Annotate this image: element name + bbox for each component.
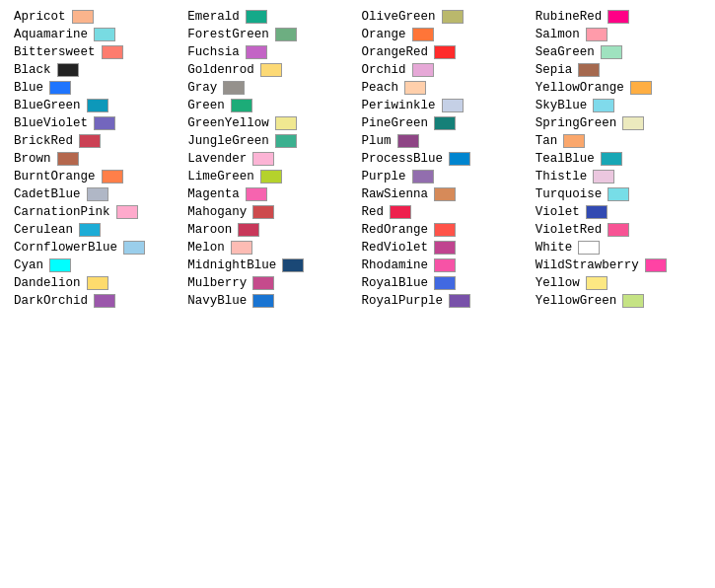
color-item: SeaGreen <box>532 43 705 61</box>
color-swatch <box>397 134 419 148</box>
color-item: Mahogany <box>183 203 357 221</box>
color-swatch <box>57 63 79 77</box>
color-item: TealBlue <box>532 150 705 168</box>
color-swatch <box>434 276 456 290</box>
color-swatch <box>252 276 274 290</box>
color-item: Bittersweet <box>10 43 183 61</box>
color-swatch <box>260 170 282 184</box>
color-name-label: TealBlue <box>536 152 595 166</box>
color-swatch <box>578 63 600 77</box>
color-name-label: ForestGreen <box>187 28 269 41</box>
color-name-label: CadetBlue <box>14 187 81 201</box>
color-swatch <box>412 28 434 41</box>
color-name-label: Aquamarine <box>14 28 88 41</box>
color-swatch <box>645 258 667 272</box>
color-item: JungleGreen <box>183 132 357 150</box>
color-swatch <box>246 10 267 24</box>
color-swatch <box>608 10 629 24</box>
color-name-label: Green <box>187 99 225 112</box>
color-item: CornflowerBlue <box>10 239 183 257</box>
color-swatch <box>434 258 456 272</box>
color-swatch <box>434 223 456 237</box>
color-item: Brown <box>10 150 183 168</box>
color-swatch <box>630 81 652 95</box>
color-swatch <box>94 294 115 308</box>
color-swatch <box>57 152 79 166</box>
color-item: PineGreen <box>358 114 532 132</box>
color-swatch <box>49 258 71 272</box>
color-swatch <box>622 294 644 308</box>
color-swatch <box>434 116 456 130</box>
color-swatch <box>578 241 600 255</box>
color-swatch <box>102 170 123 184</box>
color-swatch <box>246 45 267 59</box>
color-swatch <box>87 99 108 112</box>
color-swatch <box>608 223 629 237</box>
color-item: Melon <box>183 239 357 257</box>
color-swatch <box>79 134 101 148</box>
color-name-label: ProcessBlue <box>362 152 444 166</box>
color-swatch <box>116 205 138 219</box>
color-item: Rhodamine <box>358 257 532 274</box>
color-name-label: Tan <box>536 134 558 148</box>
color-item: Orchid <box>358 61 532 79</box>
color-swatch <box>563 134 585 148</box>
color-swatch <box>231 99 252 112</box>
color-name-label: Periwinkle <box>362 99 436 112</box>
color-name-label: Red <box>362 205 385 219</box>
color-swatch <box>412 63 434 77</box>
color-item: YellowGreen <box>532 292 705 310</box>
color-swatch <box>434 187 456 201</box>
color-item: Tan <box>532 132 705 150</box>
color-item: BlueGreen <box>10 97 183 114</box>
color-item: RedViolet <box>358 239 532 257</box>
color-item: SkyBlue <box>532 97 705 114</box>
color-item: SpringGreen <box>532 114 705 132</box>
color-name-label: Goldenrod <box>187 63 254 77</box>
color-name-label: White <box>536 241 573 255</box>
color-name-label: Mahogany <box>187 205 247 219</box>
color-swatch <box>449 152 470 166</box>
color-column-1: EmeraldForestGreenFuchsiaGoldenrodGrayGr… <box>183 8 357 310</box>
color-item: OliveGreen <box>358 8 532 26</box>
color-item: NavyBlue <box>183 292 357 310</box>
color-item: Peach <box>358 79 532 97</box>
color-item: Green <box>183 97 357 114</box>
color-swatch <box>390 205 411 219</box>
color-swatch <box>601 45 622 59</box>
color-swatch <box>434 45 456 59</box>
color-item: Cerulean <box>10 221 183 239</box>
color-column-0: ApricotAquamarineBittersweetBlackBlueBlu… <box>10 8 183 310</box>
color-swatch <box>586 276 608 290</box>
color-name-label: Maroon <box>187 223 232 237</box>
color-item: CarnationPink <box>10 203 183 221</box>
color-item: White <box>532 239 705 257</box>
color-item: Orange <box>358 26 532 43</box>
color-name-label: BurntOrange <box>14 170 96 184</box>
color-item: Goldenrod <box>183 61 357 79</box>
color-swatch <box>404 81 426 95</box>
color-swatch <box>223 81 245 95</box>
color-swatch <box>449 294 470 308</box>
color-item: RubineRed <box>532 8 705 26</box>
color-name-label: SkyBlue <box>536 99 588 112</box>
color-item: Gray <box>183 79 357 97</box>
color-name-label: CornflowerBlue <box>14 241 117 255</box>
color-item: Apricot <box>10 8 183 26</box>
color-name-label: Blue <box>14 81 43 95</box>
color-item: Emerald <box>183 8 357 26</box>
color-item: Turquoise <box>532 185 705 203</box>
color-item: BurntOrange <box>10 168 183 185</box>
color-swatch <box>123 241 145 255</box>
color-swatch <box>275 116 297 130</box>
color-name-label: Thistle <box>536 170 588 184</box>
color-name-label: SpringGreen <box>536 116 617 130</box>
color-swatch <box>442 99 464 112</box>
color-name-label: Rhodamine <box>362 258 429 272</box>
color-item: Lavender <box>183 150 357 168</box>
color-item: Blue <box>10 79 183 97</box>
color-name-label: Emerald <box>187 10 240 24</box>
color-name-label: Peach <box>362 81 399 95</box>
color-swatch <box>252 152 274 166</box>
color-swatch <box>72 10 94 24</box>
